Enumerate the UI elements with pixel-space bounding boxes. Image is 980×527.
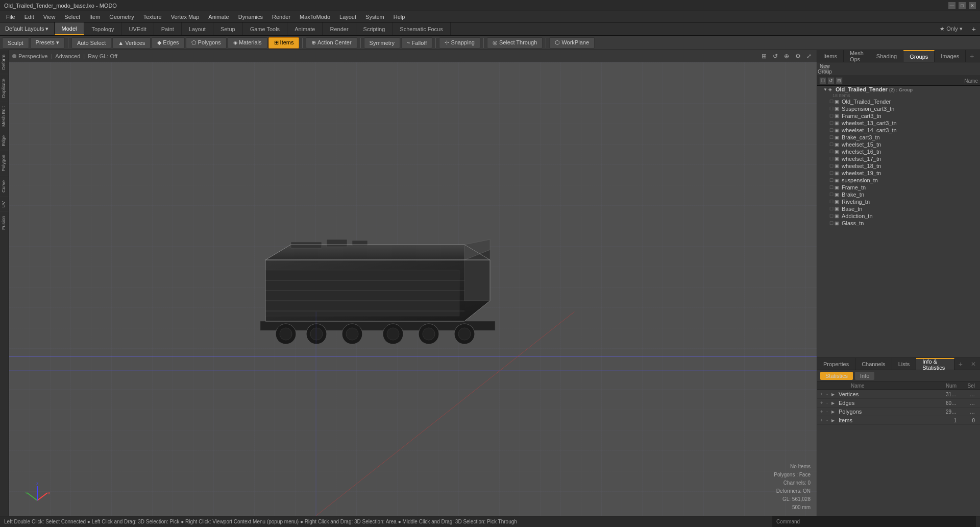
layout-tab-scripting[interactable]: Scripting <box>356 22 393 35</box>
toolbar-btn---vertices[interactable]: ▲ Vertices <box>112 37 151 49</box>
viewport-refresh-icon[interactable]: ↺ <box>771 52 780 61</box>
right-tab-plus[interactable]: + <box>966 50 978 62</box>
toolbar-btn-symmetry[interactable]: Symmetry <box>364 37 401 49</box>
tree-item-4[interactable]: ☐ ▣ wheelset_13_cart3_tn <box>817 119 980 127</box>
tab-items[interactable]: Items <box>817 50 844 62</box>
stats-arrow-polygons[interactable]: ▶ <box>831 410 839 414</box>
tab-properties[interactable]: Properties <box>817 358 855 370</box>
tab-images[interactable]: Images <box>935 50 966 62</box>
sidebar-curve[interactable]: Curve <box>0 176 9 197</box>
stats-arrow-edges[interactable]: ▶ <box>831 401 839 405</box>
sidebar-fusion[interactable]: Fusion <box>0 211 9 234</box>
tree-item-root[interactable]: ▼ ◈ Old_Trailed_Tender (2) : Group <box>817 86 980 93</box>
viewport-zoom-icon[interactable]: ⊕ <box>782 52 791 61</box>
toolbar-btn-sculpt[interactable]: Sculpt <box>2 37 29 49</box>
layout-tab-setup[interactable]: Setup <box>213 22 243 35</box>
menu-item-texture[interactable]: Texture <box>139 13 166 21</box>
toolbar-btn---action-center[interactable]: ⊕ Action Center <box>306 37 357 49</box>
sidebar-polygon[interactable]: Polygon <box>0 150 9 176</box>
tree-item-7[interactable]: ☐ ▣ wheelset_15_tn <box>817 141 980 148</box>
stats-plus-items[interactable]: + <box>820 418 826 423</box>
tree-item-15[interactable]: ☐ ▣ Riveting_tn <box>817 198 980 205</box>
toolbar-btn-presets---[interactable]: Presets ▾ <box>30 37 65 49</box>
bottom-panel-close[interactable]: ✕ <box>967 358 980 370</box>
tree-item-5[interactable]: ☐ ▣ wheelset_14_cart3_tn <box>817 127 980 134</box>
toolbar-btn---select-through[interactable]: ◎ Select Through <box>487 37 543 49</box>
stats-row-edges[interactable]: + - ▶ Edges 60… … <box>817 399 980 408</box>
viewport-expand-icon[interactable]: ⤢ <box>804 52 814 61</box>
layout-tab-animate[interactable]: Animate <box>287 22 323 35</box>
menu-item-edit[interactable]: Edit <box>20 13 38 21</box>
layout-tab-game-tools[interactable]: Game Tools <box>243 22 288 35</box>
layout-tab-render[interactable]: Render <box>323 22 356 35</box>
stats-row-vertices[interactable]: + - ▶ Vertices 31… … <box>817 390 980 399</box>
maximize-button[interactable]: □ <box>959 2 966 9</box>
viewport-canvas[interactable]: X Y Z No Items Polygons : Face Channels:… <box>9 62 817 516</box>
tree-icon-btn-2[interactable]: ↺ <box>827 77 835 84</box>
layout-star[interactable]: ★ Only ▾ <box>935 22 968 35</box>
tab-lists[interactable]: Lists <box>892 358 917 370</box>
layout-tab-layout[interactable]: Layout <box>182 22 213 35</box>
items-tree[interactable]: ▼ ◈ Old_Trailed_Tender (2) : Group 18 It… <box>817 86 980 357</box>
tree-icon-btn-3[interactable]: ⊞ <box>836 77 843 84</box>
tab-groups[interactable]: Groups <box>903 50 935 62</box>
tree-item-12[interactable]: ☐ ▣ suspension_tn <box>817 177 980 184</box>
tree-item-2[interactable]: ☐ ▣ Suspension_cart3_tn <box>817 105 980 112</box>
tab-mesh-ops[interactable]: Mesh Ops <box>844 50 870 62</box>
layout-tab-model[interactable]: Model <box>55 22 85 35</box>
stats-plus-edges[interactable]: + <box>820 400 826 405</box>
tree-item-9[interactable]: ☐ ▣ wheelset_17_tn <box>817 155 980 162</box>
menu-item-help[interactable]: Help <box>389 13 409 21</box>
minimize-button[interactable]: — <box>948 2 955 9</box>
menu-item-geometry[interactable]: Geometry <box>105 13 138 21</box>
tree-item-16[interactable]: ☐ ▣ Base_tn <box>817 205 980 212</box>
sidebar-meshedit[interactable]: Mesh Edit <box>0 102 9 131</box>
stats-row-polygons[interactable]: + - ▶ Polygons 29… … <box>817 408 980 416</box>
stats-subtab-statistics[interactable]: Statistics <box>820 372 853 380</box>
tree-item-11[interactable]: ☐ ▣ wheelset_19_tn <box>817 170 980 177</box>
toolbar-btn---snapping[interactable]: ⊹ Snapping <box>439 37 480 49</box>
menu-item-layout[interactable]: Layout <box>335 13 360 21</box>
viewport-settings-icon[interactable]: ⚙ <box>793 52 802 61</box>
stats-arrow-items[interactable]: ▶ <box>831 418 839 423</box>
tab-info-statistics[interactable]: Info & Statistics <box>916 358 954 370</box>
stats-arrow-vertices[interactable]: ▶ <box>831 392 839 397</box>
toolbar-btn---workplane[interactable]: ⬡ WorkPlane <box>549 37 595 49</box>
viewport-perspective[interactable]: Perspective <box>18 53 47 59</box>
stats-plus-vertices[interactable]: + <box>820 392 826 397</box>
menu-item-file[interactable]: File <box>2 13 19 21</box>
viewport-advanced[interactable]: Advanced <box>55 53 80 59</box>
tree-item-13[interactable]: ☐ ▣ Frame_tn <box>817 184 980 191</box>
tree-item-10[interactable]: ☐ ▣ wheelset_18_tn <box>817 162 980 170</box>
menu-item-vertexmap[interactable]: Vertex Map <box>167 13 204 21</box>
tab-channels[interactable]: Channels <box>855 358 892 370</box>
layout-tab-uvedit[interactable]: UVEdit <box>122 22 154 35</box>
layout-plus[interactable]: + <box>968 22 980 35</box>
tree-item-1[interactable]: ☐ ▣ Old_Trailed_Tender <box>817 98 980 105</box>
sidebar-edge[interactable]: Edge <box>0 131 9 150</box>
stats-row-items[interactable]: + - ▶ Items 1 0 <box>817 416 980 425</box>
menu-item-system[interactable]: System <box>361 13 388 21</box>
toolbar-btn---materials[interactable]: ◈ Materials <box>228 37 267 49</box>
close-button[interactable]: ✕ <box>969 2 976 9</box>
layout-tab-paint[interactable]: Paint <box>154 22 182 35</box>
tree-item-3[interactable]: ☐ ▣ Frame_cart3_tn <box>817 112 980 119</box>
menu-item-render[interactable]: Render <box>268 13 295 21</box>
viewport-area[interactable]: Perspective | Advanced | Ray GL: Off ⊞ ↺… <box>9 50 817 516</box>
tree-item-8[interactable]: ☐ ▣ wheelset_16_tn <box>817 148 980 155</box>
tab-shading[interactable]: Shading <box>870 50 903 62</box>
sidebar-duplicate[interactable]: Duplicate <box>0 74 9 102</box>
right-panel-close[interactable]: ✕ <box>978 50 980 62</box>
tree-item-6[interactable]: ☐ ▣ Brake_cart3_tn <box>817 134 980 141</box>
menu-item-maxtomodo[interactable]: MaxToModo <box>296 13 334 21</box>
toolbar-btn---items[interactable]: ⊞ Items <box>268 37 300 49</box>
toolbar-btn---polygons[interactable]: ⬠ Polygons <box>186 37 227 49</box>
menu-item-animate[interactable]: Animate <box>204 13 233 21</box>
menu-item-item[interactable]: Item <box>85 13 104 21</box>
toolbar-btn---falloff[interactable]: ~ Falloff <box>401 37 432 49</box>
sidebar-uv[interactable]: UV <box>0 197 9 212</box>
tree-arrow-root[interactable]: ▼ <box>823 87 828 92</box>
menu-item-select[interactable]: Select <box>60 13 84 21</box>
tree-icon-btn-1[interactable]: ☐ <box>819 77 826 84</box>
command-input[interactable] <box>802 519 972 524</box>
